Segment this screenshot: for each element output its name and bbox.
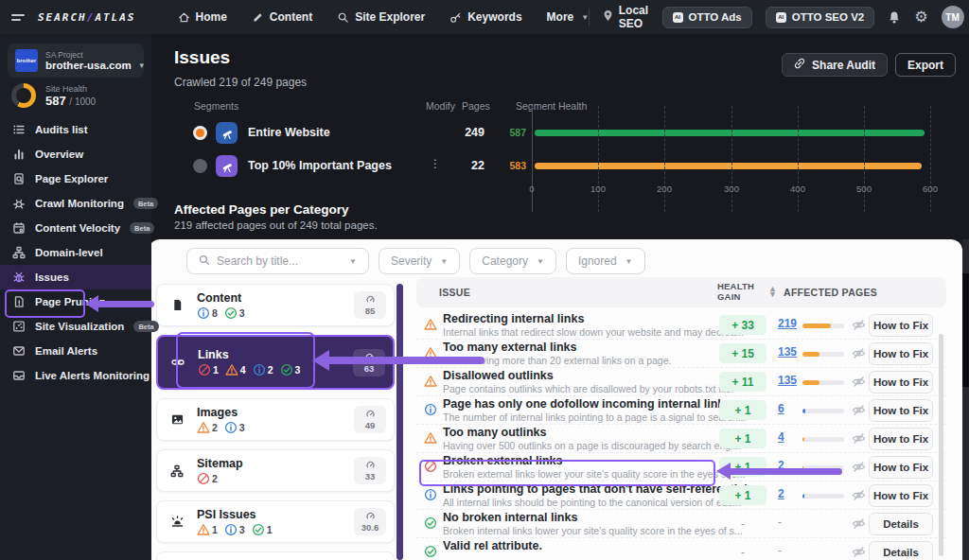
- details-button[interactable]: Details: [869, 541, 933, 560]
- notifications-bell-icon[interactable]: [888, 10, 901, 25]
- search-by-title-filter[interactable]: Search by title... ▼: [186, 248, 369, 274]
- issue-title[interactable]: Too many external links: [443, 341, 576, 354]
- issue-row-too-many-outlinks: Too many outlinksHaving over 500 outlink…: [416, 425, 946, 453]
- category-filter[interactable]: Category▼: [469, 248, 556, 274]
- segment-health-bar: [535, 130, 925, 136]
- sidebar-item-page-pruning[interactable]: Page Pruning: [0, 289, 151, 314]
- sidebar-item-issues[interactable]: Issues: [0, 265, 151, 289]
- affected-pages-bar: [802, 409, 844, 413]
- topnav-item-site-explorer[interactable]: Site Explorer: [337, 10, 425, 24]
- category-card-psi-issues[interactable]: PSI Issues13130.6: [156, 500, 395, 543]
- issue-title[interactable]: Broken external links: [443, 454, 562, 467]
- ignore-eye-slash-icon[interactable]: [852, 546, 866, 558]
- affected-pages-link[interactable]: 135: [778, 345, 797, 359]
- severity-filter[interactable]: Severity▼: [379, 248, 460, 274]
- info-icon: [224, 523, 238, 536]
- sidebar-item-page-explorer[interactable]: Page Explorer: [0, 166, 151, 191]
- how-to-fix-button[interactable]: How to Fix: [869, 428, 933, 450]
- topnav-item-content[interactable]: Content: [252, 10, 312, 24]
- share-audit-button[interactable]: Share Audit: [782, 53, 888, 77]
- category-card-links[interactable]: Links142363: [156, 335, 395, 390]
- category-card-content[interactable]: Content8385: [156, 284, 395, 326]
- how-to-fix-button[interactable]: How to Fix: [869, 399, 933, 422]
- info-icon: [197, 306, 210, 320]
- how-to-fix-button[interactable]: How to Fix: [869, 314, 933, 337]
- how-to-fix-button[interactable]: How to Fix: [869, 456, 933, 479]
- affected-pages-link[interactable]: 135: [778, 374, 797, 387]
- issue-title[interactable]: Page has only one dofollow incoming inte…: [443, 397, 724, 411]
- sort-icon[interactable]: ▲▼: [768, 286, 777, 298]
- ignored-filter[interactable]: Ignored▼: [566, 248, 645, 274]
- inbox-icon: [11, 369, 26, 382]
- segment-radio[interactable]: [193, 126, 207, 140]
- chart-axis-tick: 600: [911, 184, 949, 194]
- affected-pages-link[interactable]: 2: [778, 487, 784, 500]
- sidebar-item-label: Audits list: [35, 124, 88, 135]
- otto-seo-v2-button[interactable]: AI OTTO SEO V2: [766, 7, 874, 28]
- issue-title[interactable]: Redirecting internal links: [443, 312, 584, 325]
- segment-radio[interactable]: [193, 159, 207, 173]
- affected-pages-link[interactable]: 4: [778, 430, 784, 444]
- topnav-item-more[interactable]: More▼: [547, 10, 590, 24]
- how-to-fix-button[interactable]: How to Fix: [869, 371, 933, 394]
- ignore-eye-slash-icon[interactable]: [852, 432, 866, 445]
- category-card-sitemap[interactable]: Sitemap233: [156, 449, 395, 492]
- topnav-item-home[interactable]: Home: [178, 10, 227, 24]
- top-navigation: HomeContentSite ExplorerKeywordsMore▼: [178, 10, 590, 24]
- hamburger-menu-icon[interactable]: [11, 11, 25, 24]
- user-menu[interactable]: TM ▼: [942, 6, 969, 28]
- project-selector[interactable]: brother SA Project brother-usa.com▼: [8, 44, 144, 78]
- export-button[interactable]: Export: [895, 53, 956, 77]
- avatar: TM: [942, 6, 964, 28]
- ignore-eye-slash-icon[interactable]: [852, 319, 866, 331]
- site-health-max: / 1000: [69, 96, 96, 107]
- ignore-eye-slash-icon[interactable]: [852, 404, 866, 416]
- ignore-eye-slash-icon[interactable]: [852, 517, 866, 530]
- warning-icon: [424, 375, 437, 388]
- info-icon: [224, 421, 238, 434]
- sidebar-item-label: Email Alerts: [35, 345, 97, 357]
- otto-ads-button[interactable]: AI OTTO Ads: [662, 7, 752, 28]
- affected-pages-link[interactable]: 219: [778, 317, 797, 330]
- sidebar-item-domain-level[interactable]: Domain-level: [0, 240, 151, 265]
- issue-title[interactable]: Too many outlinks: [443, 426, 547, 439]
- page-scrollbar[interactable]: [962, 239, 969, 560]
- segment-pages-count: 22: [435, 159, 484, 172]
- issue-row-page-has-only-one-dofollow-incoming-inte: Page has only one dofollow incoming inte…: [416, 396, 946, 425]
- sidebar-item-live-alerts-monitoring[interactable]: Live Alerts Monitoring: [0, 363, 151, 388]
- issues-panel: Search by title... ▼ Severity▼ Category▼…: [149, 239, 962, 560]
- ignore-eye-slash-icon[interactable]: [852, 376, 866, 388]
- issue-title[interactable]: Disallowed outlinks: [443, 369, 554, 382]
- category-card-partial[interactable]: [156, 551, 395, 560]
- ignore-eye-slash-icon[interactable]: [852, 461, 866, 473]
- affected-pages-link[interactable]: 2: [778, 459, 784, 472]
- chart-gridline: [864, 106, 865, 212]
- how-to-fix-button[interactable]: How to Fix: [869, 484, 933, 507]
- category-name: Sitemap: [197, 457, 354, 470]
- sidebar-item-site-visualization[interactable]: Site VisualizationBeta: [0, 314, 151, 339]
- sidebar-item-crawl-monitoring[interactable]: Crawl MonitoringBeta: [0, 191, 151, 216]
- issue-title[interactable]: No broken internal links: [443, 511, 577, 524]
- how-to-fix-button[interactable]: How to Fix: [869, 342, 933, 365]
- issues-table-header: ISSUE HEALTH GAIN ▲▼ AFFECTED PAGES: [416, 277, 946, 307]
- issues-table-scrollbar[interactable]: [939, 334, 943, 556]
- local-seo-nav-item[interactable]: Local SEO: [603, 4, 649, 30]
- settings-gear-icon[interactable]: ⚙: [914, 9, 927, 25]
- category-list-scrollbar[interactable]: [396, 284, 403, 560]
- affected-pages-link[interactable]: 6: [778, 402, 784, 415]
- ignore-eye-slash-icon[interactable]: [852, 347, 866, 359]
- sidebar-item-audits-list[interactable]: Audits list: [0, 117, 151, 142]
- topnav-item-keywords[interactable]: Keywords: [449, 10, 521, 24]
- scatter-icon: [11, 320, 26, 333]
- sidebar-item-overview[interactable]: Overview: [0, 142, 151, 166]
- issue-row-broken-external-links: Broken external linksBroken external lin…: [416, 453, 946, 481]
- ignore-eye-slash-icon[interactable]: [852, 489, 866, 501]
- category-card-images[interactable]: Images2349: [156, 398, 395, 441]
- sidebar-item-email-alerts[interactable]: Email Alerts: [0, 339, 151, 363]
- topnav-item-label: More: [547, 10, 574, 24]
- issue-title[interactable]: Valid rel attribute.: [443, 539, 542, 552]
- check-count-badge: 3: [224, 306, 245, 320]
- site-health: Site Health 587 / 1000: [11, 83, 142, 108]
- sidebar-item-content-velocity[interactable]: Content VelocityBeta: [0, 216, 151, 240]
- details-button[interactable]: Details: [869, 513, 933, 535]
